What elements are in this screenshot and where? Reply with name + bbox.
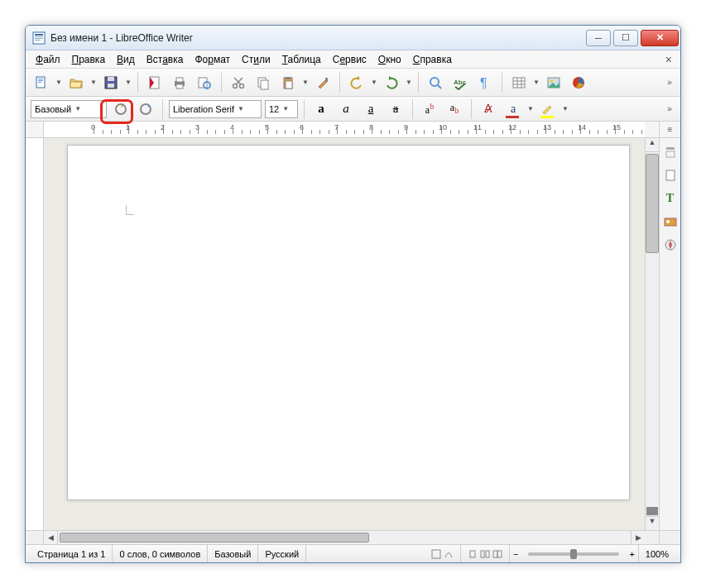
copy-button[interactable]: [252, 72, 274, 93]
insert-mode-icon: [431, 549, 441, 559]
insert-chart-button[interactable]: [568, 72, 589, 93]
paste-button[interactable]: [277, 72, 299, 93]
zoom-slider-knob[interactable]: [570, 549, 577, 559]
page-viewport[interactable]: [44, 138, 645, 530]
find-button[interactable]: [425, 72, 446, 93]
underline-button[interactable]: a: [360, 98, 382, 120]
copy-icon: [256, 75, 271, 90]
status-view-layout[interactable]: [461, 545, 510, 562]
book-view-icon: [492, 549, 502, 559]
menu-edit[interactable]: Правка: [67, 52, 111, 67]
undo-icon: [349, 75, 364, 90]
font-size-combo[interactable]: 12▼: [265, 100, 298, 118]
zoom-value[interactable]: 100%: [638, 545, 675, 562]
open-dropdown[interactable]: ▼: [90, 79, 97, 86]
hscroll-left-button[interactable]: ◀: [44, 531, 58, 544]
new-document-button[interactable]: [31, 72, 52, 93]
printer-icon: [172, 75, 187, 90]
highlight-dropdown[interactable]: ▼: [562, 105, 569, 112]
superscript-button[interactable]: ab: [419, 98, 440, 120]
print-preview-button[interactable]: [194, 72, 215, 93]
maximize-button[interactable]: ☐: [613, 30, 638, 46]
menu-format[interactable]: Формат: [190, 52, 235, 67]
font-name-combo[interactable]: Liberation Serif▼: [169, 100, 262, 118]
zoom-out-button[interactable]: −: [510, 545, 521, 562]
status-language[interactable]: Русский: [258, 545, 306, 562]
undo-button[interactable]: [346, 72, 367, 93]
vertical-ruler[interactable]: [26, 138, 44, 530]
menu-insert[interactable]: Вставка: [142, 52, 189, 67]
redo-dropdown[interactable]: ▼: [406, 79, 412, 86]
status-insert-mode[interactable]: [425, 545, 461, 562]
svg-point-33: [116, 104, 126, 114]
single-page-icon: [468, 549, 478, 559]
menu-table[interactable]: Таблица: [277, 52, 326, 67]
document-page[interactable]: [67, 145, 630, 500]
horizontal-ruler[interactable]: 01234567891011121314151617: [44, 122, 645, 137]
clone-formatting-button[interactable]: [312, 72, 334, 93]
formatting-marks-button[interactable]: ¶: [474, 72, 496, 93]
toolbar-overflow-button[interactable]: »: [664, 78, 675, 87]
zoom-in-button[interactable]: +: [626, 549, 637, 559]
sidebar-toggle-icon[interactable]: ≡: [665, 125, 676, 134]
menu-styles[interactable]: Стили: [237, 52, 276, 67]
sidebar-properties-icon[interactable]: [661, 143, 680, 161]
hscroll-right-button[interactable]: ▶: [631, 531, 645, 544]
paste-dropdown[interactable]: ▼: [302, 79, 309, 86]
sidebar-gallery-icon[interactable]: [661, 213, 680, 231]
save-button[interactable]: [100, 72, 122, 93]
menu-file[interactable]: Файл: [31, 52, 65, 67]
new-style-button[interactable]: [135, 98, 156, 120]
sidebar-navigator-icon[interactable]: [661, 236, 680, 254]
font-color-button[interactable]: a: [502, 98, 524, 120]
insert-image-button[interactable]: [543, 72, 564, 93]
horizontal-scrollbar[interactable]: ◀ ▶: [26, 530, 680, 544]
new-document-dropdown[interactable]: ▼: [55, 79, 62, 86]
insert-table-button[interactable]: [508, 72, 530, 93]
svg-rect-35: [666, 147, 675, 150]
preview-icon: [197, 75, 212, 90]
close-document-button[interactable]: ×: [662, 53, 675, 66]
document-row: ▲ ▼ T: [26, 138, 680, 530]
status-page[interactable]: Страница 1 из 1: [31, 545, 113, 562]
content-area: 01234567891011121314151617 ≡ ▲ ▼ T: [26, 122, 680, 544]
sidebar-styles-icon[interactable]: T: [661, 189, 680, 208]
vertical-scrollbar[interactable]: ▲ ▼: [645, 138, 659, 530]
open-button[interactable]: [65, 72, 87, 93]
strikethrough-button[interactable]: a: [385, 98, 406, 120]
hscroll-thumb[interactable]: [60, 533, 369, 543]
zoom-slider[interactable]: [528, 552, 619, 556]
page-nav-marker[interactable]: [646, 507, 658, 515]
highlight-button[interactable]: [537, 98, 559, 120]
menu-help[interactable]: Справка: [408, 52, 457, 67]
menu-window[interactable]: Окно: [373, 52, 406, 67]
sidebar-page-icon[interactable]: [661, 166, 680, 184]
update-style-button[interactable]: [110, 98, 132, 120]
menu-view[interactable]: Вид: [112, 52, 140, 67]
undo-dropdown[interactable]: ▼: [371, 79, 377, 86]
font-color-dropdown[interactable]: ▼: [527, 105, 534, 112]
italic-button[interactable]: a: [335, 98, 357, 120]
subscript-button[interactable]: ab: [444, 98, 465, 120]
save-dropdown[interactable]: ▼: [125, 79, 132, 86]
clear-formatting-button[interactable]: A̷: [478, 98, 499, 120]
toolbar-overflow-button[interactable]: »: [664, 104, 675, 113]
close-button[interactable]: ✕: [641, 30, 679, 46]
vertical-scroll-thumb[interactable]: [646, 154, 659, 253]
export-pdf-button[interactable]: [144, 72, 166, 93]
svg-rect-25: [325, 78, 328, 82]
minimize-button[interactable]: ─: [586, 30, 611, 46]
print-button[interactable]: [169, 72, 190, 93]
bold-button[interactable]: a: [310, 98, 332, 120]
paragraph-style-combo[interactable]: Базовый▼: [31, 100, 107, 118]
redo-button[interactable]: [381, 72, 402, 93]
status-pagestyle[interactable]: Базовый: [208, 545, 258, 562]
insert-table-dropdown[interactable]: ▼: [533, 79, 540, 86]
svg-point-31: [550, 79, 553, 83]
menu-tools[interactable]: Сервис: [328, 52, 372, 67]
hscroll-track[interactable]: [58, 531, 631, 544]
spellcheck-button[interactable]: Abc: [449, 72, 471, 93]
status-wordcount[interactable]: 0 слов, 0 символов: [113, 545, 208, 562]
signature-icon: [444, 549, 454, 559]
cut-button[interactable]: [228, 72, 249, 93]
